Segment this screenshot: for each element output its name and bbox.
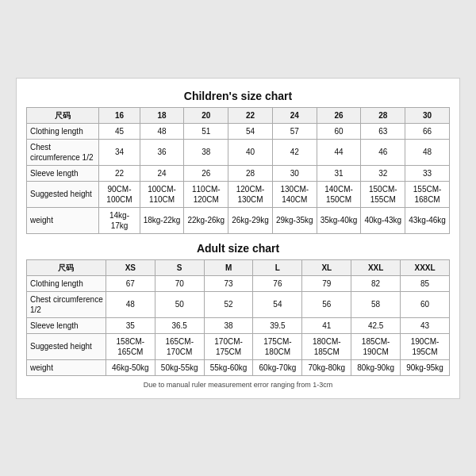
adult-col-header: XXL xyxy=(351,259,401,275)
cell-value: 29kg-35kg xyxy=(272,207,317,233)
cell-value: 31 xyxy=(317,165,361,181)
cell-value: 56 xyxy=(302,291,351,317)
cell-value: 36.5 xyxy=(155,317,204,333)
cell-value: 51 xyxy=(184,123,228,139)
cell-value: 22kg-26kg xyxy=(184,207,228,233)
cell-value: 50 xyxy=(155,291,204,317)
children-col-header: 28 xyxy=(361,107,405,123)
cell-value: 40kg-43kg xyxy=(361,207,405,233)
adult-header-row: 尺码XSSMLXLXXLXXXL xyxy=(27,259,450,275)
table-row: Suggested height158CM-165CM165CM-170CM17… xyxy=(27,333,450,359)
cell-value: 67 xyxy=(106,275,155,291)
cell-value: 82 xyxy=(351,275,401,291)
cell-value: 38 xyxy=(184,139,228,165)
cell-value: 24 xyxy=(140,165,184,181)
cell-value: 22 xyxy=(99,165,140,181)
cell-value: 180CM-185CM xyxy=(302,333,351,359)
adult-col-header: M xyxy=(204,259,253,275)
cell-value: 40 xyxy=(228,139,273,165)
children-col-header: 22 xyxy=(228,107,273,123)
row-label: Suggested height xyxy=(27,333,106,359)
cell-value: 33 xyxy=(405,165,450,181)
cell-value: 30 xyxy=(272,165,317,181)
cell-value: 120CM-130CM xyxy=(228,181,273,207)
adult-col-header: 尺码 xyxy=(27,259,106,275)
children-size-table: 尺码1618202224262830 Clothing length454851… xyxy=(26,107,450,234)
cell-value: 60 xyxy=(401,291,450,317)
cell-value: 80kg-90kg xyxy=(351,359,401,375)
table-row: Clothing length67707376798285 xyxy=(27,275,450,291)
children-header-row: 尺码1618202224262830 xyxy=(27,107,450,123)
cell-value: 39.5 xyxy=(253,317,302,333)
cell-value: 158CM-165CM xyxy=(106,333,155,359)
table-row: Chest circumference 1/248505254565860 xyxy=(27,291,450,317)
adult-col-header: S xyxy=(155,259,204,275)
cell-value: 58 xyxy=(351,291,401,317)
cell-value: 46kg-50kg xyxy=(106,359,155,375)
adult-chart-title: Adult size chart xyxy=(26,239,450,259)
disclaimer-text: Due to manual ruler measurement error ra… xyxy=(26,379,450,390)
cell-value: 140CM-150CM xyxy=(317,181,361,207)
cell-value: 170CM-175CM xyxy=(204,333,253,359)
adult-col-header: XL xyxy=(302,259,351,275)
adult-col-header: XS xyxy=(106,259,155,275)
cell-value: 18kg-22kg xyxy=(140,207,184,233)
row-label: weight xyxy=(27,359,106,375)
cell-value: 36 xyxy=(140,139,184,165)
adult-size-table: 尺码XSSMLXLXXLXXXL Clothing length67707376… xyxy=(26,259,450,376)
children-col-header: 18 xyxy=(140,107,184,123)
cell-value: 26kg-29kg xyxy=(228,207,273,233)
row-label: Suggested height xyxy=(27,181,99,207)
cell-value: 42 xyxy=(272,139,317,165)
cell-value: 48 xyxy=(140,123,184,139)
cell-value: 55kg-60kg xyxy=(204,359,253,375)
chart-container: Children's size chart 尺码1618202224262830… xyxy=(16,78,460,399)
cell-value: 70kg-80kg xyxy=(302,359,351,375)
cell-value: 26 xyxy=(184,165,228,181)
cell-value: 41 xyxy=(302,317,351,333)
cell-value: 48 xyxy=(106,291,155,317)
cell-value: 57 xyxy=(272,123,317,139)
table-row: Suggested height90CM-100CM100CM-110CM110… xyxy=(27,181,450,207)
table-row: Clothing length4548515457606366 xyxy=(27,123,450,139)
cell-value: 48 xyxy=(405,139,450,165)
cell-value: 130CM-140CM xyxy=(272,181,317,207)
cell-value: 185CM-190CM xyxy=(351,333,401,359)
cell-value: 73 xyxy=(204,275,253,291)
cell-value: 70 xyxy=(155,275,204,291)
cell-value: 44 xyxy=(317,139,361,165)
cell-value: 150CM-155CM xyxy=(361,181,405,207)
table-row: Sleeve length3536.53839.54142.543 xyxy=(27,317,450,333)
cell-value: 50kg-55kg xyxy=(155,359,204,375)
children-col-header: 尺码 xyxy=(27,107,99,123)
cell-value: 35kg-40kg xyxy=(317,207,361,233)
children-col-header: 20 xyxy=(184,107,228,123)
table-row: Chest circumference 1/23436384042444648 xyxy=(27,139,450,165)
table-row: Sleeve length2224262830313233 xyxy=(27,165,450,181)
cell-value: 63 xyxy=(361,123,405,139)
children-table-body: Clothing length4548515457606366Chest cir… xyxy=(27,123,450,233)
table-row: weight46kg-50kg50kg-55kg55kg-60kg60kg-70… xyxy=(27,359,450,375)
row-label: weight xyxy=(27,207,99,233)
cell-value: 38 xyxy=(204,317,253,333)
row-label: Chest circumference 1/2 xyxy=(27,139,99,165)
cell-value: 66 xyxy=(405,123,450,139)
table-row: weight14kg-17kg18kg-22kg22kg-26kg26kg-29… xyxy=(27,207,450,233)
row-label: Sleeve length xyxy=(27,317,106,333)
cell-value: 90kg-95kg xyxy=(401,359,450,375)
cell-value: 46 xyxy=(361,139,405,165)
row-label: Sleeve length xyxy=(27,165,99,181)
children-col-header: 24 xyxy=(272,107,317,123)
cell-value: 85 xyxy=(401,275,450,291)
cell-value: 155CM-168CM xyxy=(405,181,450,207)
adult-col-header: L xyxy=(253,259,302,275)
cell-value: 35 xyxy=(106,317,155,333)
cell-value: 175CM-180CM xyxy=(253,333,302,359)
children-col-header: 16 xyxy=(99,107,140,123)
cell-value: 165CM-170CM xyxy=(155,333,204,359)
cell-value: 52 xyxy=(204,291,253,317)
cell-value: 43kg-46kg xyxy=(405,207,450,233)
children-col-header: 26 xyxy=(317,107,361,123)
row-label: Clothing length xyxy=(27,123,99,139)
cell-value: 110CM-120CM xyxy=(184,181,228,207)
